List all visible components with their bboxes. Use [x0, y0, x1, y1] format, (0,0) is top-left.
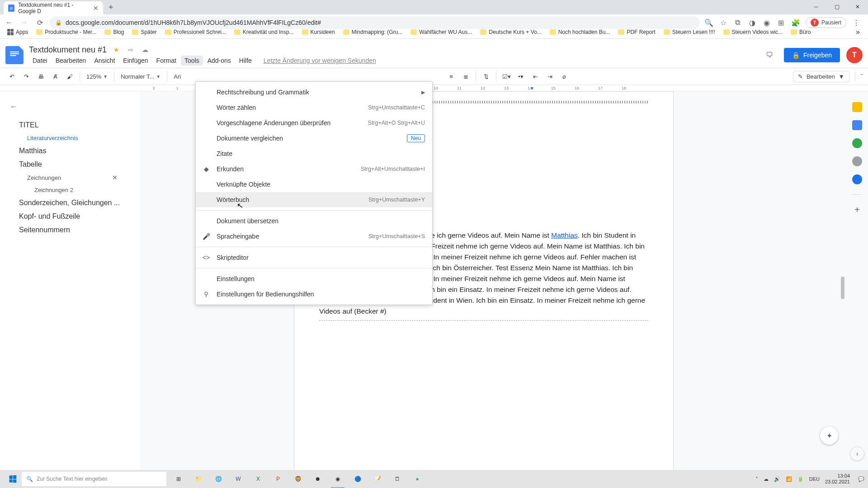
chrome-button[interactable]: ◉ [328, 470, 347, 488]
menu-file[interactable]: Datei [29, 56, 51, 66]
new-tab-button[interactable]: + [105, 3, 117, 12]
bookmark-item[interactable]: Steuern Videos wic... [721, 28, 786, 37]
spotify-button[interactable]: ● [408, 470, 427, 488]
share-button[interactable]: 🔒 Freigeben [784, 48, 840, 62]
zoom-icon[interactable]: 🔍 [704, 18, 713, 27]
extension2-icon[interactable]: ◉ [762, 18, 771, 27]
font-dropdown[interactable]: Ari [171, 71, 184, 82]
profile-paused-button[interactable]: T Pausiert [806, 17, 846, 28]
bookmark-apps[interactable]: Apps [5, 28, 31, 37]
outline-item[interactable]: Kopf- und Fußzeile [5, 210, 131, 223]
tray-clock[interactable]: 13:04 23.02.2021 [825, 473, 853, 485]
bookmark-item[interactable]: Büro [788, 28, 813, 37]
tray-language[interactable]: DEU [809, 476, 820, 482]
align-left-button[interactable]: ≡ [445, 70, 458, 83]
hide-menus-button[interactable]: ˆ [861, 73, 863, 80]
calendar-icon[interactable] [852, 120, 862, 130]
comments-button[interactable]: 🗨 [761, 47, 778, 63]
bookmark-item[interactable]: Später [129, 28, 159, 37]
tasks-icon[interactable] [852, 138, 862, 148]
start-button[interactable] [4, 470, 22, 488]
line-spacing-button[interactable]: ⇅ [480, 70, 492, 83]
style-dropdown[interactable]: Normaler T...▼ [118, 71, 163, 82]
outline-item[interactable]: Seitennummern [5, 223, 131, 237]
forward-button[interactable]: → [19, 17, 30, 28]
spellcheck-button[interactable]: Ⱥ [49, 70, 61, 83]
bookmarks-overflow-icon[interactable]: » [852, 28, 863, 36]
extension-icon[interactable]: ◑ [748, 18, 757, 27]
cloud-status-icon[interactable]: ☁ [140, 45, 150, 55]
menu-edit[interactable]: Bearbeiten [52, 56, 90, 66]
redo-button[interactable]: ↷ [20, 70, 33, 83]
address-bar[interactable]: 🔒 docs.google.com/document/d/1hUH8k6h7Lb… [50, 16, 700, 29]
dedent-button[interactable]: ⇤ [529, 70, 542, 83]
back-button[interactable]: ← [4, 17, 14, 28]
outline-item[interactable]: TITEL [5, 118, 131, 132]
outline-item[interactable]: Zeichnungen✕ [5, 171, 131, 184]
outline-item[interactable]: Matthias [5, 144, 131, 158]
star-document-icon[interactable]: ★ [111, 45, 121, 55]
brave-button[interactable]: 🦁 [288, 470, 307, 488]
edge-button[interactable]: 🌐 [209, 470, 228, 488]
tray-battery-icon[interactable]: 🔋 [797, 476, 804, 482]
print-button[interactable]: 🖶 [34, 70, 47, 83]
tray-cloud-icon[interactable]: ☁ [764, 476, 769, 482]
extension3-icon[interactable]: ⊞ [777, 18, 786, 27]
menu-item[interactable]: 🎤SpracheingabeStrg+Umschalttaste+S [196, 229, 432, 244]
extensions-puzzle-icon[interactable]: 🧩 [791, 18, 800, 27]
bookmark-item[interactable]: Mindmapping: (Gru... [340, 28, 406, 37]
undo-button[interactable]: ↶ [5, 70, 18, 83]
bookmark-item[interactable]: Professionell Schrei... [162, 28, 229, 37]
last-change-link[interactable]: Letzte Änderung vor wenigen Sekunden [260, 56, 380, 66]
bookmark-item[interactable]: Blog [102, 28, 127, 37]
keep-icon[interactable] [852, 102, 862, 112]
bookmark-item[interactable]: Noch hochladen Bu... [547, 28, 613, 37]
menu-view[interactable]: Ansicht [90, 56, 118, 66]
menu-item[interactable]: Einstellungen [196, 271, 432, 286]
bookmark-item[interactable]: Steuern Lesen !!!! [661, 28, 718, 37]
ruler[interactable]: 21123456789101112131415161718▼ [0, 85, 868, 91]
menu-insert[interactable]: Einfügen [119, 56, 151, 66]
edge2-button[interactable]: 🔵 [348, 470, 367, 488]
taskbar-search[interactable]: 🔍 Zur Suche Text hier eingeben [22, 472, 166, 486]
outline-item[interactable]: Zeichnungen 2 [5, 184, 131, 196]
checklist-button[interactable]: ☑▾ [500, 70, 513, 83]
document-link[interactable]: Matthias [551, 231, 578, 239]
menu-item[interactable]: ◆ErkundenStrg+Alt+Umschalttaste+I [196, 161, 432, 177]
zoom-dropdown[interactable]: 125%▼ [84, 71, 110, 82]
tray-volume-icon[interactable]: 🔊 [774, 476, 780, 482]
editing-mode-dropdown[interactable]: ✎ Bearbeiten ▼ [793, 71, 849, 82]
taskview-button[interactable]: ⊞ [169, 470, 188, 488]
contacts-icon[interactable] [852, 156, 862, 166]
bookmark-item[interactable]: Wahlfächer WU Aus... [408, 28, 475, 37]
explorer-button[interactable]: 📁 [189, 470, 208, 488]
add-addon-button[interactable]: + [854, 205, 860, 215]
excel-button[interactable]: X [249, 470, 268, 488]
menu-item[interactable]: Wörter zählenStrg+Umschalttaste+C [196, 100, 432, 115]
outline-item[interactable]: Sonderzeichen, Gleichungen ... [5, 196, 131, 210]
tab-close-icon[interactable]: ✕ [93, 5, 99, 12]
bookmark-item[interactable]: Deutsche Kurs + Vo... [477, 28, 544, 37]
menu-item[interactable]: Dokument übersetzen [196, 213, 432, 229]
bookmark-item[interactable]: Produktsuche - Mer... [33, 28, 99, 37]
document-title[interactable]: Textdokument neu #1 [29, 45, 107, 55]
tray-wifi-icon[interactable]: 📶 [786, 476, 792, 482]
outline-remove-icon[interactable]: ✕ [112, 174, 118, 181]
menu-item[interactable]: Zitate [196, 146, 432, 161]
close-button[interactable]: ✕ [847, 0, 868, 14]
notifications-button[interactable]: 💬 [858, 476, 864, 482]
explore-fab-button[interactable]: ✦ [820, 427, 838, 445]
menu-tools[interactable]: Tools [181, 56, 203, 66]
powerpoint-button[interactable]: P [269, 470, 288, 488]
clear-format-button[interactable]: ⌀ [558, 70, 571, 83]
reader-icon[interactable]: ⧉ [733, 18, 742, 27]
indent-button[interactable]: ⇥ [543, 70, 556, 83]
maps-icon[interactable] [852, 174, 862, 184]
account-avatar[interactable]: T [846, 47, 863, 63]
notes-button[interactable]: 📝 [368, 470, 387, 488]
reload-button[interactable]: ⟳ [34, 17, 45, 28]
bookmark-item[interactable]: PDF Report [615, 28, 658, 37]
maximize-button[interactable]: ▢ [826, 0, 847, 14]
outline-back-button[interactable]: ← [5, 99, 22, 115]
star-icon[interactable]: ☆ [719, 18, 728, 27]
